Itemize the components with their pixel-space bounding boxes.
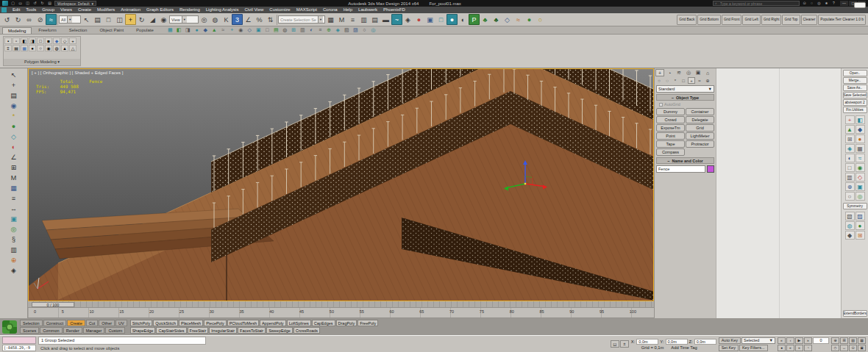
object-button-protractor[interactable]: Protractor xyxy=(686,140,714,148)
populate-tool-icon[interactable]: P xyxy=(469,14,480,25)
reference-coordinate-system-combo[interactable]: View ▼ xyxy=(169,15,199,24)
right-tool-icon[interactable]: ▧ xyxy=(845,212,855,220)
polytools-button-crossroads[interactable]: CrossRoads xyxy=(294,327,320,334)
right-tool-icon[interactable]: ◎ xyxy=(855,192,865,201)
mirror-icon[interactable]: M xyxy=(336,14,347,25)
polytools-button-dragpoly[interactable]: DragPoly xyxy=(336,320,357,326)
spinner-snap-toggle-icon[interactable]: ⇅ xyxy=(265,14,276,25)
go-to-start-icon[interactable]: « xyxy=(778,337,786,344)
tree-scatter-icon[interactable]: ♣ xyxy=(480,14,491,25)
polygon-tool-icon[interactable]: ◆ xyxy=(53,37,60,44)
window-crossing-icon[interactable]: ◫ xyxy=(114,14,125,25)
ribbon-tool-icon[interactable]: + xyxy=(228,26,236,33)
object-button-dummy[interactable]: Dummy xyxy=(656,108,685,115)
ribbon-tool-icon[interactable]: ▨ xyxy=(352,26,360,33)
polytools-button-freepoly[interactable]: FreePoly xyxy=(357,320,378,326)
polytools-tab-uv[interactable]: UV xyxy=(115,320,127,326)
snap-tool-icon[interactable]: ∠ xyxy=(8,152,20,162)
utility-tool-icon[interactable]: ⊕ xyxy=(8,255,20,265)
utilities-tab-icon[interactable]: ⌂ xyxy=(703,69,712,76)
favorites-icon[interactable]: ★ xyxy=(823,1,830,6)
polygon-tool-icon[interactable]: + xyxy=(69,37,77,44)
add-time-tag-button[interactable]: Add Time Tag xyxy=(671,345,697,350)
ribbon-tool-icon[interactable]: ◧ xyxy=(175,26,183,33)
search-icon[interactable]: ⊙ xyxy=(801,1,808,6)
key-mode-toggle-icon[interactable]: ● xyxy=(778,345,786,351)
infocenter-help-icon[interactable]: ? xyxy=(830,1,837,6)
right-tool-icon[interactable]: + xyxy=(845,115,855,124)
menu-edit[interactable]: Edit xyxy=(10,7,23,13)
toolbar-button-grid-front[interactable]: Grid Front xyxy=(722,15,742,25)
right-tool-icon[interactable]: ⊕ xyxy=(845,182,855,191)
polytools-tab-manager[interactable]: Manager xyxy=(83,327,105,334)
autogrid-checkbox[interactable]: AutoGrid xyxy=(659,102,711,107)
systems-category-icon[interactable]: ⊕ xyxy=(704,77,711,84)
toolbar-button-cleaner[interactable]: Cleaner xyxy=(801,15,818,25)
motion-tab-icon[interactable]: ◎ xyxy=(684,69,693,76)
ribbon-tool-icon[interactable]: ▤ xyxy=(272,26,280,33)
bind-to-space-warp-icon[interactable]: ≈ xyxy=(46,14,57,25)
polytools-button-pcloudtomesh[interactable]: PCloudToMesh xyxy=(227,320,259,326)
polytools-button-sweepedge[interactable]: SweepEdge xyxy=(266,327,293,334)
next-key-icon[interactable]: » xyxy=(795,345,803,351)
symmetry-button[interactable]: Symmetry xyxy=(843,203,867,209)
polygon-tool-icon[interactable]: ◉ xyxy=(45,45,52,51)
right-tool-icon[interactable]: ⊞ xyxy=(855,231,865,240)
menu-graph-editors[interactable]: Graph Editors xyxy=(143,7,177,13)
toolbar-button-grid-top[interactable]: Grid Top xyxy=(782,15,800,25)
menu-civil-view[interactable]: Civil View xyxy=(241,7,266,13)
toolbar-button-grid-back[interactable]: Grid Back xyxy=(677,15,697,25)
polygon-tool-icon[interactable]: ≡ xyxy=(4,45,12,51)
object-button-crowd[interactable]: Crowd xyxy=(656,116,685,123)
rendered-frame-window-icon[interactable]: □ xyxy=(435,14,447,25)
selection-lock-toggle-icon[interactable]: ⊡ xyxy=(611,340,619,348)
keyboard-shortcut-override-icon[interactable]: K xyxy=(221,14,232,25)
right-tool-icon[interactable]: ▲ xyxy=(845,125,855,134)
zoom-all-icon[interactable]: ⊞ xyxy=(840,337,848,344)
set-key-button[interactable]: Set Key xyxy=(719,345,739,351)
toolbar-button-grid-right[interactable]: Grid Right xyxy=(761,15,782,25)
auto-key-button[interactable]: Auto Key xyxy=(719,337,741,344)
right-tool-icon[interactable]: ⊞ xyxy=(845,134,855,143)
ribbon-tool-icon[interactable]: ◎ xyxy=(369,26,377,33)
ribbon-tool-icon[interactable]: ▧ xyxy=(343,26,351,33)
select-object-icon[interactable]: ↖ xyxy=(81,14,92,25)
polygon-tool-icon[interactable]: ◨ xyxy=(29,37,36,44)
menu-group[interactable]: Group xyxy=(39,7,57,13)
right-tool-icon[interactable]: ◇ xyxy=(855,173,865,182)
menu-lighting-analysis[interactable]: Lighting Analysis xyxy=(203,7,242,13)
toolbar-button-populate-terr-cleaner-1-0-b[interactable]: Populate:Terr Cleaner 1.0 b xyxy=(818,15,866,25)
new-scene-icon[interactable]: ▢ xyxy=(10,1,16,6)
polytools-tab-scenes[interactable]: Scenes xyxy=(20,327,39,334)
viewport-label[interactable]: [ + ] [ Orthographic ] [ Shaded + Edged … xyxy=(32,71,123,75)
toolbar-button-grid-bottom[interactable]: Grid Bottom xyxy=(697,15,721,25)
minimize-button[interactable]: — xyxy=(840,1,848,6)
menu-rendering[interactable]: Rendering xyxy=(177,7,203,13)
ribbon-tool-icon[interactable]: ● xyxy=(193,26,201,33)
polygon-tool-icon[interactable]: ▤ xyxy=(13,45,20,51)
measure-tool-icon[interactable]: ↔ xyxy=(8,204,20,213)
ribbon-tool-icon[interactable]: ◆ xyxy=(202,26,210,33)
move-tool-icon[interactable]: + xyxy=(8,80,20,90)
layer-tool-icon[interactable]: ▤ xyxy=(8,90,20,100)
polytools-tab-other[interactable]: Other xyxy=(99,320,115,326)
maximize-viewport-toggle-icon[interactable]: ▣ xyxy=(858,345,866,351)
y-coordinate-field[interactable]: 0,0m xyxy=(666,339,688,345)
polytools-tab-common[interactable]: Common xyxy=(40,327,62,334)
name-and-color-rollout[interactable]: − Name and Color xyxy=(656,157,714,164)
polytools-tab-construct[interactable]: Construct xyxy=(43,320,67,326)
select-and-link-icon[interactable]: ∞ xyxy=(24,14,35,25)
render-iterative-icon[interactable]: ◐ xyxy=(458,14,469,25)
spacing-tool-icon[interactable]: ≡ xyxy=(8,193,20,203)
polygon-modeling-panel-label[interactable]: Polygon Modeling ▾ xyxy=(4,59,80,65)
select-and-uniform-scale-icon[interactable]: ◢ xyxy=(147,14,158,25)
toggle-layer-explorer-icon[interactable]: ▤ xyxy=(369,14,380,25)
array-tool-icon[interactable]: ▦ xyxy=(8,183,20,193)
search-input[interactable] xyxy=(719,1,797,7)
right-tool-icon[interactable]: ◉ xyxy=(855,163,865,172)
graphite-ribbon-toggle-icon[interactable]: ▬ xyxy=(380,14,391,25)
helpers-type-dropdown[interactable]: Standard ▼ xyxy=(656,85,714,93)
go-to-end-icon[interactable]: » xyxy=(804,337,812,344)
previous-key-icon[interactable]: « xyxy=(786,345,794,351)
geometry-category-icon[interactable]: ○ xyxy=(655,77,663,84)
